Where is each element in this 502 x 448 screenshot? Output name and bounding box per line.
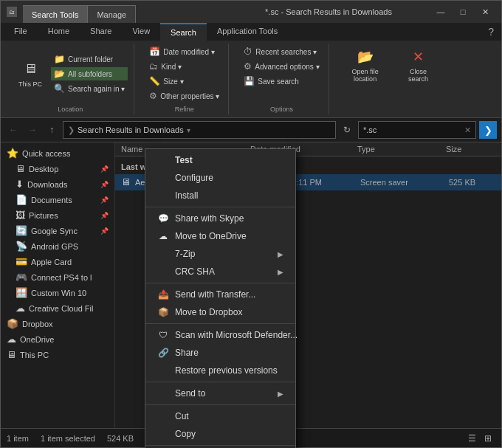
tab-view[interactable]: View — [122, 23, 160, 41]
sidebar-item-google-sync[interactable]: 🔄 Google Sync 📌 — [1, 223, 114, 238]
maximize-button[interactable]: □ — [453, 4, 473, 19]
ctx-cut[interactable]: Cut — [145, 407, 295, 425]
advanced-options-button[interactable]: ⚙ Advanced options ▾ — [241, 60, 322, 73]
ctx-install[interactable]: Install — [145, 187, 295, 204]
size-button[interactable]: 📏 Size ▾ — [146, 75, 222, 88]
ctx-move-dropbox[interactable]: 📦 Move to Dropbox — [145, 303, 295, 321]
open-file-location-button[interactable]: 📂 Open file location — [341, 45, 390, 86]
sidebar-item-quick-access[interactable]: ⭐ Quick access — [1, 145, 114, 161]
close-button[interactable]: ✕ — [475, 4, 495, 19]
ribbon-content: 🖥 This PC 📁 Current folder 📂 All subfold… — [1, 41, 501, 118]
ribbon-tab-bar: File Home Share View Search Application … — [1, 23, 501, 41]
col-header-type[interactable]: Type — [357, 145, 446, 154]
ctx-send-transfer[interactable]: 📤 Send with Transfer... — [145, 286, 295, 303]
current-folder-button[interactable]: 📁 Current folder — [51, 52, 128, 66]
ctx-test[interactable]: Test — [145, 151, 295, 169]
location-buttons: 🖥 This PC 📁 Current folder 📂 All subfold… — [13, 45, 128, 103]
ctx-copy[interactable]: Copy — [145, 425, 295, 443]
details-view-button[interactable]: ☰ — [464, 431, 479, 446]
custom-win-icon: 🪟 — [16, 287, 27, 298]
title-tab-search-tools[interactable]: Search Tools — [23, 5, 88, 23]
sidebar-item-pictures[interactable]: 🖼 Pictures 📌 — [1, 207, 114, 223]
google-sync-icon: 🔄 — [16, 225, 27, 236]
minimize-button[interactable]: — — [430, 4, 451, 19]
ctx-sep-6 — [145, 445, 295, 446]
file-type: Screen saver — [360, 178, 449, 187]
recent-searches-button[interactable]: ⏱ Recent searches ▾ — [241, 45, 322, 58]
ctx-dropbox-icon: 📦 — [157, 307, 169, 317]
ctx-configure[interactable]: Configure — [145, 169, 295, 187]
tab-file[interactable]: File — [4, 23, 38, 41]
advanced-icon: ⚙ — [244, 61, 252, 72]
downloads-icon: ⬇ — [16, 179, 24, 190]
android-gps-icon: 📡 — [16, 241, 27, 252]
search-clear-icon[interactable]: ✕ — [464, 125, 471, 135]
ribbon-group-options: ⏱ Recent searches ▾ ⚙ Advanced options ▾… — [235, 44, 329, 114]
ctx-crc-sha[interactable]: CRC SHA ▶ — [145, 263, 295, 280]
search-box[interactable]: ✕ — [358, 121, 476, 139]
pin-icon-dl: 📌 — [100, 181, 109, 188]
sidebar-item-connect-ps4[interactable]: 🎮 Connect PS4 to l — [1, 269, 114, 285]
ctx-sep-5 — [145, 404, 295, 405]
ctx-skype-icon: 💬 — [157, 213, 169, 224]
up-button[interactable]: ↑ — [44, 122, 60, 138]
kind-button[interactable]: 🗂 Kind ▾ — [146, 60, 222, 73]
close-search-button[interactable]: ✕ Close search — [394, 45, 443, 86]
search-submit-button[interactable]: ❯ — [479, 121, 497, 139]
sidebar-item-documents[interactable]: 📄 Documents 📌 — [1, 192, 114, 207]
ctx-restore-versions[interactable]: Restore previous versions — [145, 362, 295, 379]
sidebar-item-downloads[interactable]: ⬇ Downloads 📌 — [1, 176, 114, 192]
window-icon: 🗂 — [7, 7, 17, 17]
options-label: Options — [270, 104, 293, 113]
this-pc-button[interactable]: 🖥 This PC — [13, 58, 48, 91]
item-count: 1 item — [7, 434, 29, 443]
documents-icon: 📄 — [16, 194, 27, 205]
back-button[interactable]: ← — [5, 122, 21, 138]
apple-card-icon: 💳 — [16, 256, 27, 267]
ctx-share-skype[interactable]: 💬 Share with Skype — [145, 210, 295, 227]
title-bar: 🗂 Search Tools Manage *.sc - Search Resu… — [1, 1, 501, 23]
tab-search[interactable]: Search — [160, 23, 207, 41]
ctx-share[interactable]: 🔗 Share — [145, 344, 295, 362]
sidebar-item-onedrive[interactable]: ☁ OneDrive — [1, 331, 114, 347]
open-location-icon: 📂 — [357, 48, 374, 66]
onedrive-icon: ☁ — [7, 334, 16, 345]
this-pc-sidebar-icon: 🖥 — [7, 349, 16, 360]
kind-icon: 🗂 — [149, 61, 158, 72]
tab-home[interactable]: Home — [38, 23, 80, 41]
date-modified-button[interactable]: 📅 Date modified ▾ — [146, 45, 222, 58]
size-icon: 📏 — [149, 76, 160, 86]
refresh-button[interactable]: ↻ — [339, 122, 355, 138]
tab-share[interactable]: Share — [80, 23, 122, 41]
ribbon-group-actions: 📂 Open file location ✕ Close search — [335, 44, 449, 114]
large-icons-view-button[interactable]: ⊞ — [481, 431, 495, 446]
help-icon[interactable]: ? — [488, 26, 494, 38]
save-icon: 💾 — [244, 76, 255, 86]
ctx-7zip[interactable]: 7-Zip ▶ — [145, 245, 295, 263]
sidebar-item-desktop[interactable]: 🖥 Desktop 📌 — [1, 161, 114, 176]
save-search-button[interactable]: 💾 Save search — [241, 75, 322, 88]
forward-button[interactable]: → — [24, 122, 41, 138]
pin-icon-pic: 📌 — [100, 212, 109, 219]
sidebar-item-dropbox[interactable]: 📦 Dropbox — [1, 316, 114, 331]
sidebar-item-custom-win10[interactable]: 🪟 Custom Win 10 — [1, 285, 114, 300]
sidebar-item-android-gps[interactable]: 📡 Android GPS — [1, 238, 114, 254]
tab-application-tools[interactable]: Application Tools — [207, 23, 288, 41]
search-input[interactable] — [363, 125, 464, 134]
sidebar-item-creative-cloud[interactable]: ☁ Creative Cloud Fil — [1, 300, 114, 316]
ctx-scan-defender[interactable]: 🛡 Scan with Microsoft Defender... — [145, 326, 295, 344]
all-subfolders-button[interactable]: 📂 All subfolders — [51, 67, 128, 80]
refine-buttons: 📅 Date modified ▾ 🗂 Kind ▾ 📏 Size ▾ ⚙ Ot… — [146, 45, 222, 103]
address-box[interactable]: ❯ Search Results in Downloads ▾ — [63, 121, 336, 139]
pin-icon-doc: 📌 — [100, 196, 109, 204]
col-header-size[interactable]: Size — [446, 145, 501, 154]
sidebar-item-apple-card[interactable]: 💳 Apple Card — [1, 254, 114, 269]
recent-icon: ⏱ — [244, 46, 252, 57]
title-tab-manage[interactable]: Manage — [88, 5, 136, 23]
ctx-move-onedrive[interactable]: ☁ Move to OneDrive — [145, 227, 295, 245]
ctx-send-to[interactable]: Send to ▶ — [145, 385, 295, 402]
other-properties-button[interactable]: ⚙ Other properties ▾ — [146, 89, 222, 103]
selected-info: 1 item selected — [41, 434, 95, 443]
sidebar-item-this-pc[interactable]: 🖥 This PC — [1, 347, 114, 362]
search-again-button[interactable]: 🔍 Search again in ▾ — [51, 82, 128, 95]
